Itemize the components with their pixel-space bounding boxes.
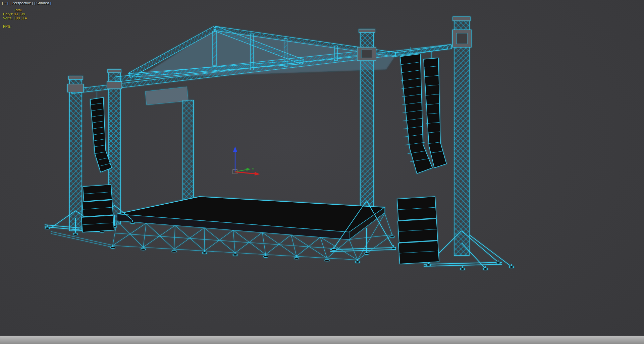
stats-verts-value: 109 114 xyxy=(14,16,27,20)
viewport-label: [ + ] [ Perspective ] [ Shaded ] xyxy=(2,1,52,5)
stats-fps-row: FPS: xyxy=(3,24,27,28)
subwoofer-stack-right[interactable] xyxy=(397,197,439,264)
truss-tower-far-right[interactable] xyxy=(452,17,471,256)
stats-polys-row: Polys:83 139 xyxy=(3,12,27,16)
viewport-menu-general[interactable]: [ + ] xyxy=(2,1,8,5)
z-axis-arrow xyxy=(233,146,237,152)
stats-header: Total xyxy=(14,8,21,12)
stats-verts-label: Verts: xyxy=(3,16,14,20)
truss-tower-right-mid[interactable] xyxy=(357,29,376,221)
viewport-menu-pov[interactable]: [ Perspective ] xyxy=(10,1,33,5)
line-array-speaker-right-rear[interactable] xyxy=(424,51,446,168)
stats-fps-label: FPS: xyxy=(3,24,14,28)
scene-canvas[interactable]: Y xyxy=(0,0,644,344)
x-axis-arrow xyxy=(255,172,260,176)
subwoofer-stack-left[interactable] xyxy=(82,185,114,232)
y-axis-arrow xyxy=(247,168,251,171)
stats-polys-label: Polys: xyxy=(3,12,14,16)
stats-polys-value: 83 139 xyxy=(14,12,25,16)
y-axis-label: Y xyxy=(252,168,254,171)
viewport[interactable]: Y [ + ] [ Perspective ] [ Shaded ] Total… xyxy=(0,0,644,344)
truss-column-stage-back[interactable] xyxy=(183,100,194,201)
viewport-menu-shading[interactable]: [ Shaded ] xyxy=(34,1,51,5)
truss-tower-far-left[interactable] xyxy=(67,76,84,231)
stats-header-row: Total xyxy=(3,8,27,12)
track-bar[interactable] xyxy=(0,336,644,344)
axis-gizmo: Y xyxy=(233,146,260,176)
statistics-overlay: Total Polys:83 139 Verts:109 114 FPS: xyxy=(3,8,27,28)
stats-verts-row: Verts:109 114 xyxy=(3,16,27,20)
